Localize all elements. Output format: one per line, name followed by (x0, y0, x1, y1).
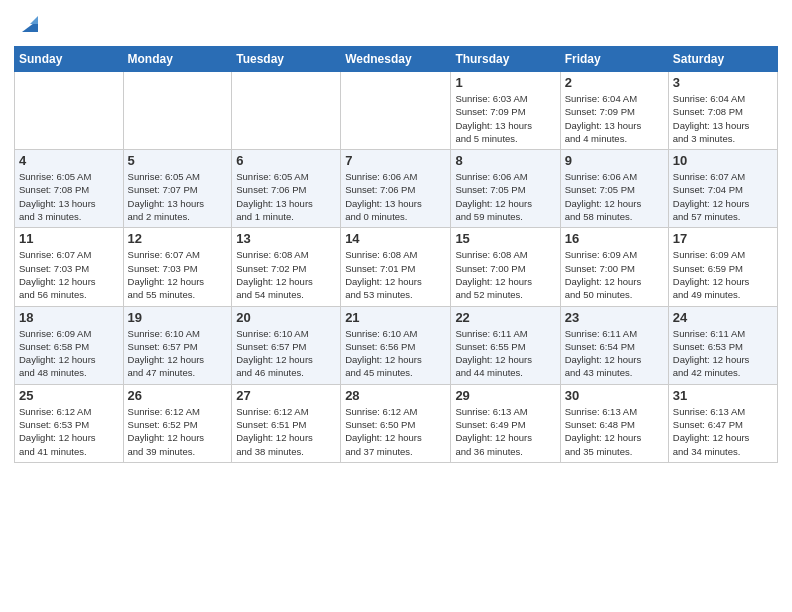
day-number: 22 (455, 310, 555, 325)
day-number: 29 (455, 388, 555, 403)
calendar-table: SundayMondayTuesdayWednesdayThursdayFrid… (14, 46, 778, 463)
day-number: 9 (565, 153, 664, 168)
calendar-week-row: 4Sunrise: 6:05 AMSunset: 7:08 PMDaylight… (15, 150, 778, 228)
day-number: 19 (128, 310, 228, 325)
day-number: 15 (455, 231, 555, 246)
day-info: Sunrise: 6:10 AMSunset: 6:56 PMDaylight:… (345, 327, 446, 380)
calendar-day-cell: 11Sunrise: 6:07 AMSunset: 7:03 PMDayligh… (15, 228, 124, 306)
header (14, 10, 778, 38)
calendar-week-row: 18Sunrise: 6:09 AMSunset: 6:58 PMDayligh… (15, 306, 778, 384)
calendar-day-cell: 14Sunrise: 6:08 AMSunset: 7:01 PMDayligh… (341, 228, 451, 306)
calendar-day-cell: 9Sunrise: 6:06 AMSunset: 7:05 PMDaylight… (560, 150, 668, 228)
calendar-day-cell: 4Sunrise: 6:05 AMSunset: 7:08 PMDaylight… (15, 150, 124, 228)
day-number: 14 (345, 231, 446, 246)
day-info: Sunrise: 6:08 AMSunset: 7:00 PMDaylight:… (455, 248, 555, 301)
day-number: 4 (19, 153, 119, 168)
day-info: Sunrise: 6:03 AMSunset: 7:09 PMDaylight:… (455, 92, 555, 145)
calendar-day-cell: 12Sunrise: 6:07 AMSunset: 7:03 PMDayligh… (123, 228, 232, 306)
day-info: Sunrise: 6:13 AMSunset: 6:48 PMDaylight:… (565, 405, 664, 458)
logo (14, 10, 44, 38)
day-number: 3 (673, 75, 773, 90)
calendar-day-cell: 18Sunrise: 6:09 AMSunset: 6:58 PMDayligh… (15, 306, 124, 384)
day-info: Sunrise: 6:05 AMSunset: 7:06 PMDaylight:… (236, 170, 336, 223)
day-info: Sunrise: 6:12 AMSunset: 6:52 PMDaylight:… (128, 405, 228, 458)
calendar-day-cell: 3Sunrise: 6:04 AMSunset: 7:08 PMDaylight… (668, 72, 777, 150)
day-info: Sunrise: 6:05 AMSunset: 7:07 PMDaylight:… (128, 170, 228, 223)
calendar-day-cell: 26Sunrise: 6:12 AMSunset: 6:52 PMDayligh… (123, 384, 232, 462)
calendar-day-cell: 15Sunrise: 6:08 AMSunset: 7:00 PMDayligh… (451, 228, 560, 306)
day-number: 7 (345, 153, 446, 168)
day-number: 20 (236, 310, 336, 325)
day-number: 31 (673, 388, 773, 403)
day-info: Sunrise: 6:07 AMSunset: 7:04 PMDaylight:… (673, 170, 773, 223)
svg-marker-1 (30, 16, 38, 24)
day-number: 26 (128, 388, 228, 403)
day-info: Sunrise: 6:04 AMSunset: 7:09 PMDaylight:… (565, 92, 664, 145)
day-number: 6 (236, 153, 336, 168)
calendar-day-cell: 6Sunrise: 6:05 AMSunset: 7:06 PMDaylight… (232, 150, 341, 228)
day-info: Sunrise: 6:06 AMSunset: 7:05 PMDaylight:… (565, 170, 664, 223)
day-info: Sunrise: 6:04 AMSunset: 7:08 PMDaylight:… (673, 92, 773, 145)
day-info: Sunrise: 6:06 AMSunset: 7:05 PMDaylight:… (455, 170, 555, 223)
calendar-day-cell: 7Sunrise: 6:06 AMSunset: 7:06 PMDaylight… (341, 150, 451, 228)
day-info: Sunrise: 6:08 AMSunset: 7:01 PMDaylight:… (345, 248, 446, 301)
calendar-day-cell: 13Sunrise: 6:08 AMSunset: 7:02 PMDayligh… (232, 228, 341, 306)
day-info: Sunrise: 6:08 AMSunset: 7:02 PMDaylight:… (236, 248, 336, 301)
day-info: Sunrise: 6:09 AMSunset: 7:00 PMDaylight:… (565, 248, 664, 301)
day-number: 25 (19, 388, 119, 403)
day-info: Sunrise: 6:10 AMSunset: 6:57 PMDaylight:… (128, 327, 228, 380)
weekday-header: Tuesday (232, 47, 341, 72)
day-info: Sunrise: 6:12 AMSunset: 6:51 PMDaylight:… (236, 405, 336, 458)
day-number: 21 (345, 310, 446, 325)
calendar-day-cell (123, 72, 232, 150)
day-number: 10 (673, 153, 773, 168)
calendar-day-cell: 20Sunrise: 6:10 AMSunset: 6:57 PMDayligh… (232, 306, 341, 384)
day-number: 16 (565, 231, 664, 246)
day-info: Sunrise: 6:12 AMSunset: 6:50 PMDaylight:… (345, 405, 446, 458)
day-number: 8 (455, 153, 555, 168)
weekday-header: Saturday (668, 47, 777, 72)
day-number: 27 (236, 388, 336, 403)
day-number: 11 (19, 231, 119, 246)
logo-icon (16, 10, 44, 38)
page: SundayMondayTuesdayWednesdayThursdayFrid… (0, 0, 792, 612)
day-number: 18 (19, 310, 119, 325)
day-number: 1 (455, 75, 555, 90)
calendar-header-row: SundayMondayTuesdayWednesdayThursdayFrid… (15, 47, 778, 72)
day-info: Sunrise: 6:11 AMSunset: 6:55 PMDaylight:… (455, 327, 555, 380)
calendar-day-cell: 5Sunrise: 6:05 AMSunset: 7:07 PMDaylight… (123, 150, 232, 228)
day-info: Sunrise: 6:13 AMSunset: 6:49 PMDaylight:… (455, 405, 555, 458)
calendar-day-cell: 16Sunrise: 6:09 AMSunset: 7:00 PMDayligh… (560, 228, 668, 306)
calendar-day-cell: 17Sunrise: 6:09 AMSunset: 6:59 PMDayligh… (668, 228, 777, 306)
calendar-day-cell: 19Sunrise: 6:10 AMSunset: 6:57 PMDayligh… (123, 306, 232, 384)
calendar-day-cell: 1Sunrise: 6:03 AMSunset: 7:09 PMDaylight… (451, 72, 560, 150)
day-number: 30 (565, 388, 664, 403)
calendar-day-cell: 10Sunrise: 6:07 AMSunset: 7:04 PMDayligh… (668, 150, 777, 228)
calendar-day-cell: 30Sunrise: 6:13 AMSunset: 6:48 PMDayligh… (560, 384, 668, 462)
weekday-header: Monday (123, 47, 232, 72)
day-info: Sunrise: 6:10 AMSunset: 6:57 PMDaylight:… (236, 327, 336, 380)
calendar-day-cell: 25Sunrise: 6:12 AMSunset: 6:53 PMDayligh… (15, 384, 124, 462)
weekday-header: Wednesday (341, 47, 451, 72)
day-number: 23 (565, 310, 664, 325)
calendar-week-row: 11Sunrise: 6:07 AMSunset: 7:03 PMDayligh… (15, 228, 778, 306)
day-info: Sunrise: 6:07 AMSunset: 7:03 PMDaylight:… (19, 248, 119, 301)
day-info: Sunrise: 6:13 AMSunset: 6:47 PMDaylight:… (673, 405, 773, 458)
calendar-day-cell: 8Sunrise: 6:06 AMSunset: 7:05 PMDaylight… (451, 150, 560, 228)
day-number: 12 (128, 231, 228, 246)
weekday-header: Friday (560, 47, 668, 72)
day-info: Sunrise: 6:12 AMSunset: 6:53 PMDaylight:… (19, 405, 119, 458)
day-info: Sunrise: 6:07 AMSunset: 7:03 PMDaylight:… (128, 248, 228, 301)
calendar-day-cell: 22Sunrise: 6:11 AMSunset: 6:55 PMDayligh… (451, 306, 560, 384)
calendar-day-cell: 31Sunrise: 6:13 AMSunset: 6:47 PMDayligh… (668, 384, 777, 462)
calendar-day-cell: 29Sunrise: 6:13 AMSunset: 6:49 PMDayligh… (451, 384, 560, 462)
calendar-day-cell: 23Sunrise: 6:11 AMSunset: 6:54 PMDayligh… (560, 306, 668, 384)
day-info: Sunrise: 6:06 AMSunset: 7:06 PMDaylight:… (345, 170, 446, 223)
day-info: Sunrise: 6:09 AMSunset: 6:59 PMDaylight:… (673, 248, 773, 301)
calendar-week-row: 1Sunrise: 6:03 AMSunset: 7:09 PMDaylight… (15, 72, 778, 150)
weekday-header: Sunday (15, 47, 124, 72)
day-number: 5 (128, 153, 228, 168)
weekday-header: Thursday (451, 47, 560, 72)
day-number: 28 (345, 388, 446, 403)
calendar-day-cell (232, 72, 341, 150)
